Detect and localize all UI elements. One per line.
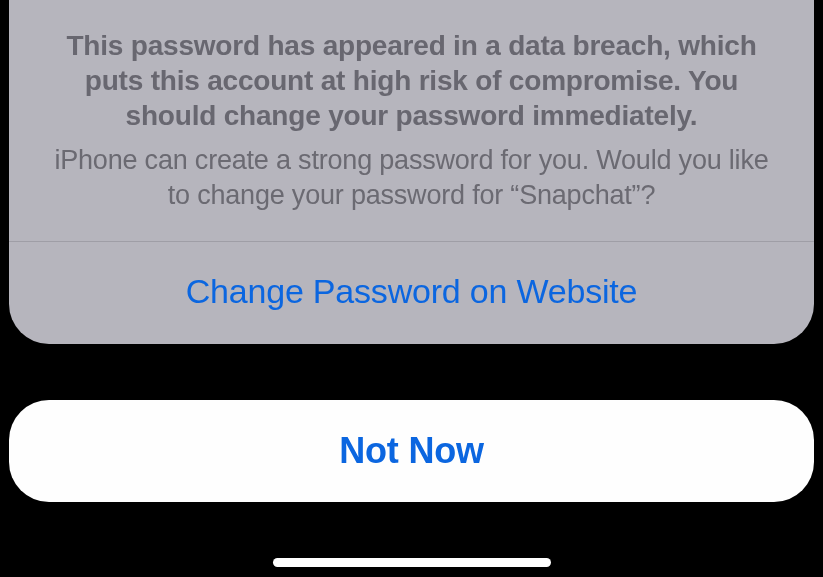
not-now-button[interactable]: Not Now xyxy=(9,400,814,502)
action-sheet-message: This password has appeared in a data bre… xyxy=(9,0,814,241)
home-indicator[interactable] xyxy=(273,558,551,567)
change-password-button[interactable]: Change Password on Website xyxy=(9,242,814,344)
alert-subtitle: iPhone can create a strong password for … xyxy=(43,143,780,213)
alert-title: This password has appeared in a data bre… xyxy=(43,28,780,133)
action-sheet: This password has appeared in a data bre… xyxy=(9,0,814,344)
